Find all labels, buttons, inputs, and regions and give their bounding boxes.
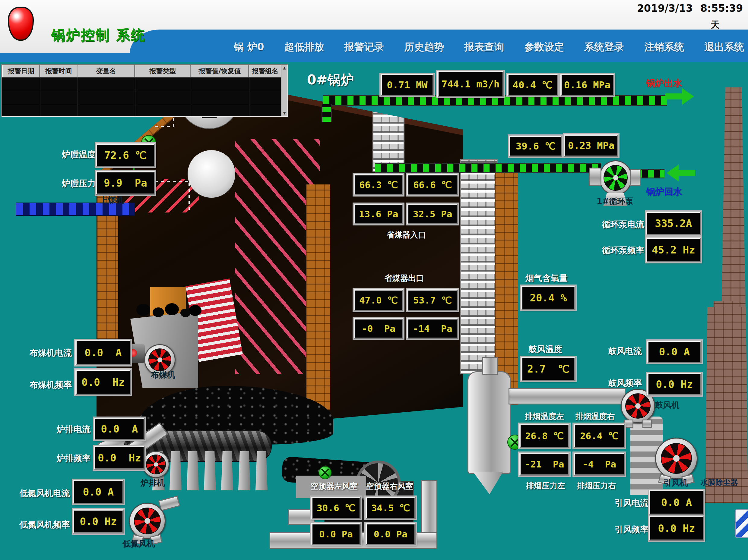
- eco-outlet-label: 省煤器出口: [384, 273, 424, 284]
- furnace-pressure-display: 9.9 Pa: [96, 171, 155, 195]
- distributor-name-label: 布煤机: [151, 369, 175, 380]
- eco-inlet-temp1: 66.3 ℃: [354, 174, 403, 195]
- grate-pier: [238, 451, 250, 490]
- fan-impeller-icon: [134, 508, 161, 534]
- logo-badge: [735, 509, 748, 538]
- exhaust-temp-right-display: 26.4 ℃: [574, 424, 625, 448]
- alarm-col-time[interactable]: 报警时间: [40, 65, 77, 77]
- flow-display: 744.1 m3/h: [437, 71, 504, 97]
- furnace-temp-display: 72.6 ℃: [96, 144, 155, 167]
- scroll-up-icon[interactable]: ▲: [281, 65, 287, 71]
- return-water-pipe: [375, 163, 601, 173]
- menu-emission[interactable]: 超低排放: [284, 41, 324, 54]
- circ-pump-current-display: 335.2A: [646, 212, 701, 235]
- menu-logout[interactable]: 注销系统: [644, 41, 684, 54]
- alarm-row-line: [2, 91, 281, 91]
- preheater-left-pres: 0.0 Pa: [311, 523, 361, 545]
- o2-display: 20.4 %: [521, 286, 576, 310]
- furnace-pressure-label: 炉膛压力: [62, 178, 96, 189]
- alarm-grid-line: [77, 77, 78, 116]
- economizer-wall-brick: [495, 164, 518, 405]
- grate-pier: [187, 451, 199, 490]
- dust-collector-label: 水膜除尘器: [700, 478, 738, 487]
- menu-system-login[interactable]: 系统登录: [584, 41, 624, 54]
- circ-pump-freq-display: 45.2 Hz: [646, 238, 701, 262]
- alarm-col-group[interactable]: 报警组名: [249, 65, 281, 77]
- low-nox-fan[interactable]: [129, 503, 166, 539]
- preheater-right-pres: 0.0 Pa: [366, 523, 416, 545]
- lownox-outlet: [158, 495, 180, 511]
- exhaust-temp-right-label: 排烟温度右: [576, 411, 615, 422]
- fan-impeller-icon: [661, 443, 692, 474]
- fan-impeller-icon: [625, 393, 651, 419]
- blower-temp-display: 2.7 ℃: [521, 357, 576, 381]
- menu-alarm-record[interactable]: 报警记录: [344, 41, 384, 54]
- alarm-grid-line: [40, 77, 41, 116]
- exhaust-temp-left-display: 26.8 ℃: [519, 424, 569, 448]
- exhaust-temp-left-label: 排烟温度左: [525, 411, 564, 422]
- grate-freq-label: 炉排频率: [57, 453, 91, 464]
- alarm-grid-line: [249, 77, 250, 116]
- return-temp-display: 39.6 ℃: [509, 136, 562, 157]
- alarm-col-variable[interactable]: 变量名: [77, 65, 135, 77]
- main-menu: 锅 炉0 超低排放 报警记录 历史趋势 报表查询 参数设定 系统登录 注销系统 …: [234, 38, 744, 56]
- steam-drum-lower: [188, 150, 235, 198]
- blower-duct: [509, 388, 626, 405]
- header-weekday: 天: [710, 19, 720, 31]
- alarm-col-type[interactable]: 报警类型: [135, 65, 191, 77]
- alarm-col-date[interactable]: 报警日期: [2, 65, 40, 77]
- grate-freq-display: 0.0 Hz: [94, 446, 145, 469]
- alarm-col-value[interactable]: 报警值/恢复值: [191, 65, 249, 77]
- o2-label: 烟气含氧量: [525, 272, 568, 284]
- grate-drive-fan[interactable]: [142, 451, 169, 478]
- alarm-grid-line: [135, 77, 135, 116]
- alarm-table[interactable]: 报警日期 报警时间 变量名 报警类型 报警值/恢复值 报警组名 ▲ ▼: [1, 64, 288, 117]
- return-flow-arrow: [667, 165, 695, 181]
- outlet-pipe-drop: [322, 104, 332, 122]
- induced-draft-fan[interactable]: [655, 438, 698, 479]
- instrument-line: [188, 181, 190, 210]
- grate-pier: [221, 451, 233, 490]
- circulation-pump[interactable]: [599, 160, 632, 195]
- blower-name-label: 鼓风机: [655, 400, 680, 411]
- exhaust-pres-right-display: -4 Pa: [574, 453, 625, 476]
- eco-outlet-temp1: 47.0 ℃: [354, 289, 403, 311]
- eco-outlet-pres1: -0 Pa: [354, 318, 403, 339]
- menu-parameter-setting[interactable]: 参数设定: [524, 41, 564, 54]
- idfan-freq-display: 0.0 Hz: [649, 516, 704, 541]
- circ-pump-name-label: 1#循环泵: [597, 196, 633, 207]
- return-pressure-display: 0.23 MPa: [564, 135, 618, 157]
- grate-pier: [255, 451, 267, 490]
- fan-impeller-icon: [146, 455, 166, 474]
- menu-history-trend[interactable]: 历史趋势: [404, 41, 444, 54]
- eco-inlet-temp2: 66.6 ℃: [407, 174, 458, 195]
- header-date: 2019/3/13: [637, 2, 693, 14]
- blower-freq-label: 鼓风频率: [608, 378, 642, 389]
- lownox-freq-display: 0.0 Hz: [73, 509, 124, 534]
- superheater-platen: [373, 99, 404, 172]
- circ-pump-freq-label: 循环泵频率: [602, 245, 644, 256]
- return-water-label: 锅炉回水: [646, 186, 682, 198]
- menu-exit[interactable]: 退出系统: [704, 41, 744, 54]
- grate-name-label: 炉排机: [141, 478, 165, 488]
- instrument-line: [155, 181, 190, 182]
- fan-leg: [624, 419, 633, 428]
- exhaust-pres-right-label: 排烟压力右: [577, 481, 616, 491]
- valve-icon[interactable]: [319, 466, 332, 479]
- chimney-tall: [722, 88, 746, 312]
- dust-collector-cone: [473, 472, 503, 494]
- fan-impeller-icon: [148, 348, 172, 372]
- preheater-left-label: 空预器左风室: [311, 481, 358, 492]
- pump-flange-left: [589, 168, 602, 186]
- idfan-name-label: 引风机: [663, 478, 688, 488]
- exhaust-pres-left-label: 排烟压力左: [526, 481, 565, 491]
- economizer-bank: [460, 159, 498, 374]
- menu-boiler0[interactable]: 锅 炉0: [234, 41, 264, 54]
- grate-pier: [169, 451, 182, 490]
- scroll-down-icon[interactable]: ▼: [281, 110, 287, 116]
- menu-report-query[interactable]: 报表查询: [464, 41, 504, 54]
- coal-lumps: [136, 304, 150, 316]
- lownox-current-label: 低氮风机电流: [19, 488, 70, 499]
- alarm-scrollbar[interactable]: ▲ ▼: [281, 65, 287, 116]
- blower-current-display: 0.0 A: [647, 341, 702, 363]
